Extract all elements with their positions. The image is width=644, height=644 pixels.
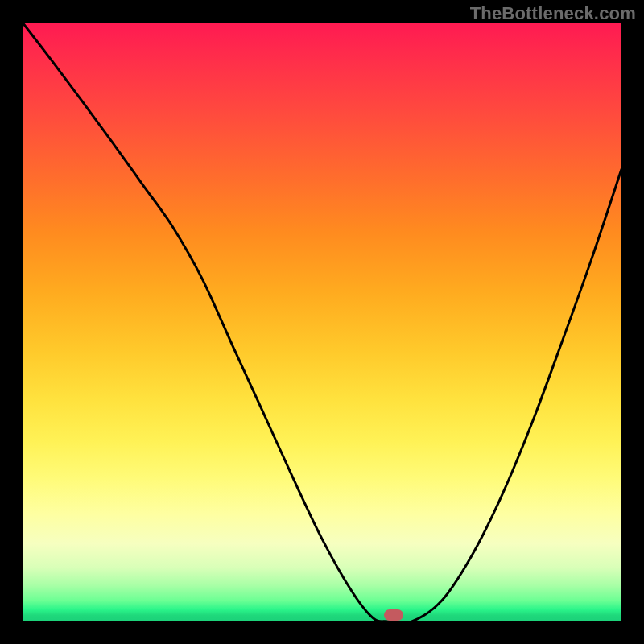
optimal-marker	[384, 609, 403, 621]
chart-frame: TheBottleneck.com	[0, 0, 644, 644]
watermark-text: TheBottleneck.com	[470, 3, 636, 24]
plot-area	[23, 23, 621, 621]
bottleneck-curve	[23, 23, 621, 621]
